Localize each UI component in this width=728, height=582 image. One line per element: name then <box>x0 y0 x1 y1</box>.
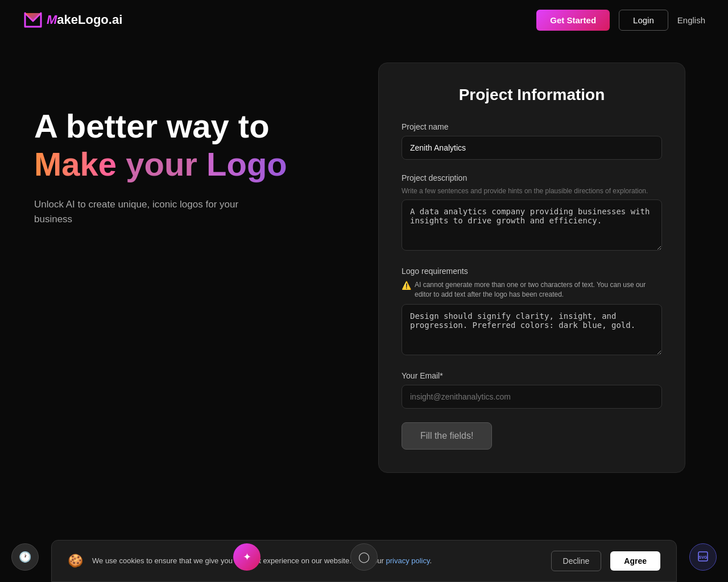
star-icon: ✦ <box>243 551 251 563</box>
svg-label: SVG <box>697 551 709 563</box>
decline-button[interactable]: Decline <box>551 551 602 571</box>
logo-requirements-input[interactable]: Design should signify clarity, insight, … <box>402 304 662 355</box>
svg-text:SVG: SVG <box>699 555 708 559</box>
cookie-icon: 🍪 <box>68 554 83 568</box>
hero-make: Make <box>34 146 117 182</box>
project-description-group: Project description Write a few sentence… <box>402 173 662 253</box>
email-input[interactable] <box>402 385 662 409</box>
form-card: Project Information Project name Project… <box>378 63 685 473</box>
warning-text: AI cannot generate more than one or two … <box>415 280 662 300</box>
makelogo-icon <box>23 10 43 30</box>
hero-your: your <box>126 146 197 182</box>
clock-icon: 🕐 <box>19 551 31 563</box>
logo-requirements-label: Logo requirements <box>402 267 662 276</box>
logo[interactable]: MakeLogo.ai <box>23 10 122 30</box>
project-name-group: Project name <box>402 122 662 160</box>
header: MakeLogo.ai Get Started Login English <box>0 0 728 40</box>
clock-float-button[interactable]: 🕐 <box>11 543 39 571</box>
language-selector[interactable]: English <box>677 15 705 25</box>
main-content: A better way to Make your Logo Unlock AI… <box>0 40 728 531</box>
hero-line2: Make your Logo <box>34 144 313 184</box>
logo-requirements-group: Logo requirements ⚠️ AI cannot generate … <box>402 267 662 357</box>
logo-text: MakeLogo.ai <box>47 13 122 27</box>
hero-logo: Logo <box>206 146 287 182</box>
privacy-policy-link[interactable]: privacy policy <box>386 556 429 565</box>
login-button[interactable]: Login <box>619 10 668 31</box>
hero-line1: A better way to <box>34 108 313 144</box>
svg-marker-1 <box>25 13 41 21</box>
nav-right: Get Started Login English <box>536 10 705 31</box>
project-name-label: Project name <box>402 122 662 131</box>
center-float-button[interactable]: ◯ <box>350 543 378 571</box>
svg-float-button[interactable]: SVG <box>689 543 717 571</box>
hero-subtitle: Unlock AI to create unique, iconic logos… <box>34 197 250 226</box>
logo-warning-box: ⚠️ AI cannot generate more than one or t… <box>402 280 662 300</box>
hero-section: A better way to Make your Logo Unlock AI… <box>0 40 347 531</box>
email-label: Your Email* <box>402 371 662 380</box>
agree-button[interactable]: Agree <box>610 551 660 571</box>
description-hint: Write a few sentences and provide hints … <box>402 187 662 195</box>
star-float-button[interactable]: ✦ <box>233 543 260 571</box>
form-title: Project Information <box>402 86 662 104</box>
project-description-label: Project description <box>402 173 662 182</box>
warning-icon: ⚠️ <box>402 281 411 290</box>
project-description-input[interactable]: A data analytics company providing busin… <box>402 199 662 251</box>
get-started-button[interactable]: Get Started <box>536 10 610 31</box>
project-name-input[interactable] <box>402 136 662 160</box>
cookie-text: We use cookies to ensure that we give yo… <box>92 556 542 566</box>
circle-icon: ◯ <box>358 551 370 563</box>
email-group: Your Email* <box>402 371 662 409</box>
form-panel: Project Information Project name Project… <box>347 40 728 531</box>
submit-button[interactable]: Fill the fields! <box>402 422 492 450</box>
